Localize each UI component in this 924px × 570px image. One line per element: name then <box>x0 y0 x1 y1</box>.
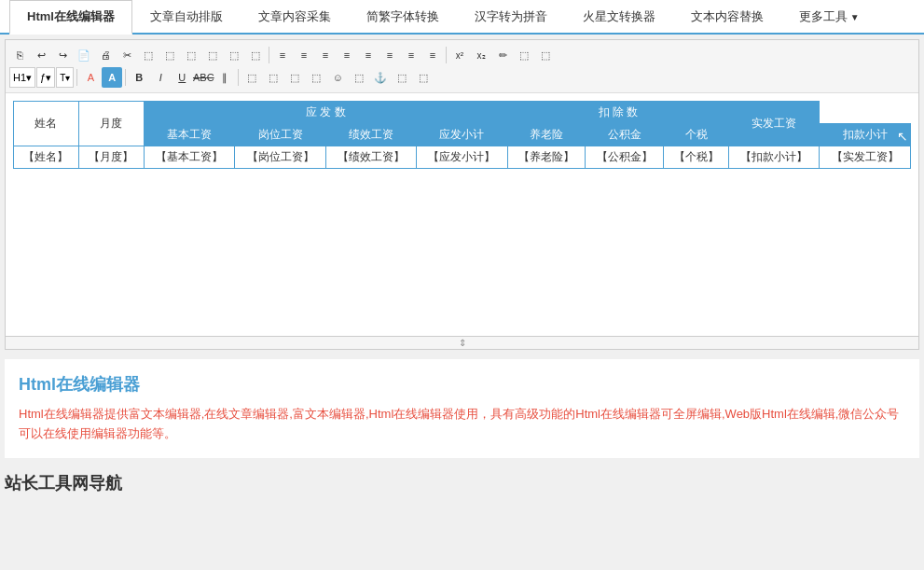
toolbar-row-2: H1▾ ƒ▾ T▾ A A B I U ABC ∥ ⬚ ⬚ ⬚ ⬚ ☺ ⬚ ⚓ … <box>9 67 915 88</box>
tab-pinyin[interactable]: 汉字转为拼音 <box>457 0 565 35</box>
tb-align-left[interactable]: ≡ <box>272 45 293 65</box>
tb-new[interactable]: 📄 <box>74 45 94 65</box>
data-fund: 【公积金】 <box>586 146 664 169</box>
col-fund: 公积金 <box>586 124 664 146</box>
tb-ul[interactable]: ≡ <box>379 45 400 65</box>
tb-bold[interactable]: B <box>129 67 149 88</box>
data-performance: 【绩效工资】 <box>325 146 416 169</box>
toolbar: ⎘ ↩ ↪ 📄 🖨 ✂ ⬚ ⬚ ⬚ ⬚ ⬚ ⬚ ≡ ≡ ≡ ≡ ≡ ≡ ≡ ≡ … <box>6 40 918 93</box>
info-section: Html在线编辑器 Html在线编辑器提供富文本编辑器,在线文章编辑器,富文本编… <box>5 359 919 458</box>
col-position: 岗位工资 <box>235 124 325 146</box>
tb-replace[interactable]: ⬚ <box>245 45 266 65</box>
editor-content[interactable]: 姓名 月度 应 发 数 扣 除 数 实发工资 基本工资 岗位工资 绩效工资 应发… <box>6 93 918 336</box>
tb-print[interactable]: 🖨 <box>95 45 116 65</box>
col-subtotal-yingfa: 应发小计 <box>417 124 507 146</box>
tb-copy[interactable]: ⎘ <box>9 45 30 65</box>
col-shifa: 实发工资 <box>729 102 820 146</box>
tb-font-color[interactable]: A <box>80 67 101 88</box>
data-subtotal-yingfa: 【应发小计】 <box>417 146 507 169</box>
tb-bg-color[interactable]: A <box>102 67 122 88</box>
table-header-row-1: 姓名 月度 应 发 数 扣 除 数 实发工资 <box>14 102 911 124</box>
data-deduct-subtotal: 【扣款小计】 <box>729 146 820 169</box>
info-text: Html在线编辑器提供富文本编辑器,在线文章编辑器,富文本编辑器,Html在线编… <box>19 405 905 444</box>
tb-subscript[interactable]: x₂ <box>471 45 491 65</box>
col-month: 月度 <box>78 102 144 146</box>
tb-align-right[interactable]: ≡ <box>315 45 336 65</box>
tab-html-editor[interactable]: Html在线编辑器 <box>9 0 132 35</box>
tb-strikethrough[interactable]: ABC <box>193 67 214 88</box>
sep4 <box>125 69 126 86</box>
tb-paste-word[interactable]: ⬚ <box>202 45 223 65</box>
top-navigation: Html在线编辑器 文章自动排版 文章内容采集 简繁字体转换 汉字转为拼音 火星… <box>0 0 924 35</box>
data-base: 【基本工资】 <box>144 146 234 169</box>
tb-indent[interactable]: ≡ <box>401 45 421 65</box>
table-data-row: 【姓名】 【月度】 【基本工资】 【岗位工资】 【绩效工资】 【应发小计】 【养… <box>14 146 911 169</box>
tb-anchor[interactable]: ⚓ <box>370 67 391 88</box>
tb-preview[interactable]: ⬚ <box>535 45 556 65</box>
scroll-indicator: ⇕ <box>459 338 466 348</box>
data-month: 【月度】 <box>78 146 144 169</box>
tab-content-collect[interactable]: 文章内容采集 <box>241 0 349 35</box>
tab-auto-layout[interactable]: 文章自动排版 <box>132 0 241 35</box>
tb-paste[interactable]: ⬚ <box>159 45 180 65</box>
tb-special[interactable]: ⬚ <box>349 67 369 88</box>
tab-text-replace[interactable]: 文本内容替换 <box>673 0 781 35</box>
tb-font-size[interactable]: T▾ <box>56 67 74 88</box>
info-title: Html在线编辑器 <box>19 373 905 396</box>
tb-italic[interactable]: I <box>150 67 171 88</box>
tb-ol[interactable]: ≡ <box>358 45 379 65</box>
tb-link[interactable]: ⬚ <box>392 67 412 88</box>
tb-redo[interactable]: ↪ <box>52 45 73 65</box>
tb-align-justify[interactable]: ≡ <box>337 45 357 65</box>
tb-source[interactable]: ✏ <box>492 45 513 65</box>
editor-wrapper: ⎘ ↩ ↪ 📄 🖨 ✂ ⬚ ⬚ ⬚ ⬚ ⬚ ⬚ ≡ ≡ ≡ ≡ ≡ ≡ ≡ ≡ … <box>5 39 919 350</box>
sep1 <box>269 47 269 63</box>
tb-paragraph[interactable]: ∥ <box>214 67 235 88</box>
tb-unlink[interactable]: ⬚ <box>413 67 434 88</box>
col-name: 姓名 <box>14 102 79 146</box>
tab-martian[interactable]: 火星文转换器 <box>565 0 673 35</box>
toolbar-row-1: ⎘ ↩ ↪ 📄 🖨 ✂ ⬚ ⬚ ⬚ ⬚ ⬚ ⬚ ≡ ≡ ≡ ≡ ≡ ≡ ≡ ≡ … <box>9 45 915 65</box>
tb-emoji[interactable]: ☺ <box>327 67 348 88</box>
tb-paste-text[interactable]: ⬚ <box>181 45 201 65</box>
col-tax: 个税 <box>664 124 729 146</box>
tb-image2[interactable]: ⬚ <box>263 67 283 88</box>
tb-find[interactable]: ⬚ <box>224 45 244 65</box>
tb-table[interactable]: ⬚ <box>284 67 305 88</box>
data-pension: 【养老险】 <box>507 146 586 169</box>
tb-heading[interactable]: H1▾ <box>9 67 35 88</box>
data-name: 【姓名】 <box>14 146 79 169</box>
col-group-yingfa: 应 发 数 <box>144 102 507 124</box>
tb-align-center[interactable]: ≡ <box>294 45 314 65</box>
tab-more-tools[interactable]: 更多工具 <box>781 0 877 35</box>
tb-cut[interactable]: ✂ <box>117 45 137 65</box>
tb-font-style[interactable]: ƒ▾ <box>36 67 55 88</box>
col-base: 基本工资 <box>144 124 234 146</box>
tb-fullscreen[interactable]: ⬚ <box>514 45 534 65</box>
col-group-kouchu: 扣 除 数 <box>507 102 728 124</box>
data-position: 【岗位工资】 <box>235 146 325 169</box>
tb-image[interactable]: ⬚ <box>241 67 262 88</box>
editor-scrollbar[interactable]: ⇕ <box>6 336 918 349</box>
sep3 <box>76 69 77 86</box>
tb-flash[interactable]: ⬚ <box>306 67 326 88</box>
nav-section-title: 站长工具网导航 <box>0 472 924 494</box>
salary-table: 姓名 月度 应 发 数 扣 除 数 实发工资 基本工资 岗位工资 绩效工资 应发… <box>13 101 911 169</box>
tab-font-convert[interactable]: 简繁字体转换 <box>349 0 457 35</box>
tb-superscript[interactable]: x² <box>449 45 470 65</box>
col-deduct-subtotal: 扣款小计↖ <box>820 124 911 146</box>
tb-underline[interactable]: U <box>172 67 192 88</box>
tb-copy2[interactable]: ⬚ <box>138 45 159 65</box>
tb-outdent[interactable]: ≡ <box>422 45 443 65</box>
col-performance: 绩效工资 <box>325 124 416 146</box>
data-shifa: 【实发工资】 <box>820 146 911 169</box>
sep2 <box>446 47 447 63</box>
sep5 <box>238 69 239 86</box>
tb-undo[interactable]: ↩ <box>31 45 51 65</box>
col-pension: 养老险 <box>507 124 586 146</box>
data-tax: 【个税】 <box>664 146 729 169</box>
